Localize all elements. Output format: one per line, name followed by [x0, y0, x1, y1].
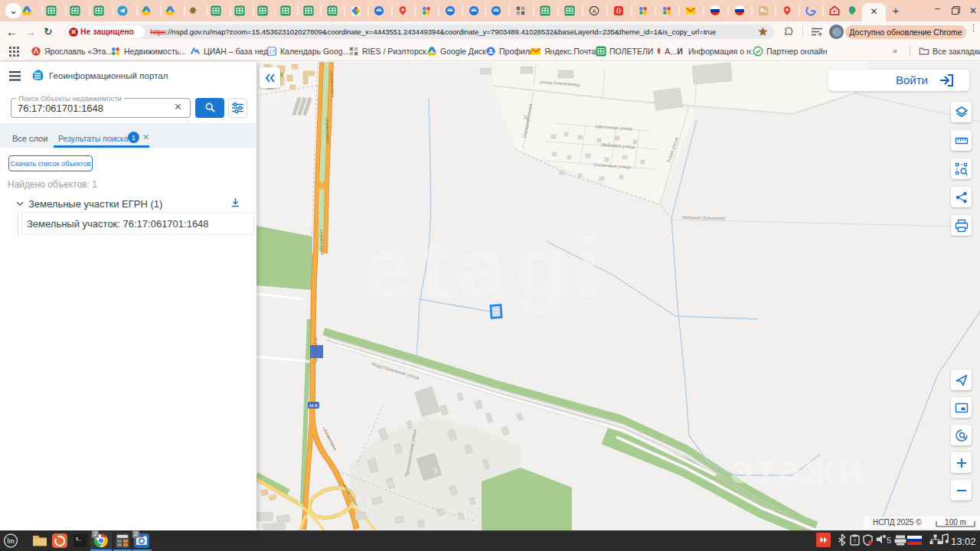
svg-text:etagi: etagi: [364, 220, 609, 315]
svg-text:17: 17: [269, 49, 275, 54]
svg-text:М-8: М-8: [309, 403, 318, 408]
svg-text:lm: lm: [7, 538, 14, 545]
svg-text:И: И: [677, 47, 683, 56]
svg-text:$_: $_: [76, 536, 81, 541]
svg-text:этажи: этажи: [730, 444, 866, 492]
svg-text:!: !: [854, 537, 855, 544]
svg-text:«Холмогоры»: «Холмогоры»: [314, 336, 319, 363]
svg-text:Лабазная (Кузнечная): Лабазная (Кузнечная): [682, 215, 725, 220]
svg-text:«Холмогоры»: «Холмогоры»: [319, 229, 325, 256]
svg-text:A: A: [593, 8, 596, 14]
svg-text:100 m: 100 m: [945, 518, 966, 527]
